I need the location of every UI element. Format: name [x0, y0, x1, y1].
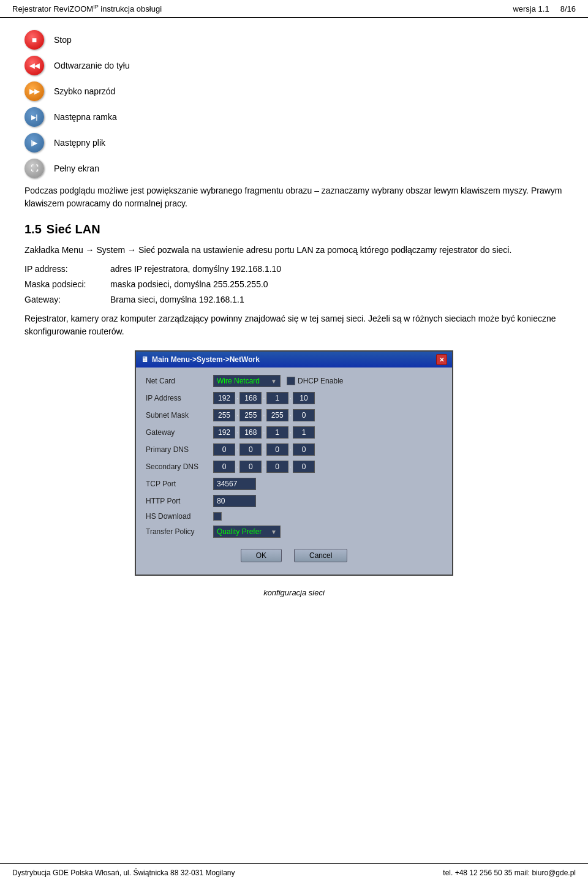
main-content: ■ Stop ◀◀ Odtwarzanie do tyłu ▶▶ Szybko …	[0, 18, 588, 619]
gateway-octet1[interactable]: 192	[213, 426, 235, 439]
transfer-value: Quality Prefer	[217, 527, 262, 536]
ip-octet1[interactable]: 192	[213, 392, 235, 404]
hs-label: HS Download	[146, 512, 213, 521]
nextframe-icon[interactable]: ▶|	[24, 107, 44, 127]
fastforward-icon[interactable]: ▶▶	[24, 81, 44, 101]
ok-button[interactable]: OK	[241, 549, 282, 562]
ip-group: 192 · 168 · 1 · 10	[213, 392, 315, 404]
ip-octet4[interactable]: 10	[293, 392, 315, 404]
http-label: HTTP Port	[146, 497, 213, 505]
subnet-octet4[interactable]: 0	[293, 409, 315, 421]
fastforward-row: ▶▶ Szybko naprzód	[24, 81, 564, 101]
dialog-close-button[interactable]: ✕	[436, 354, 447, 365]
fastforward-label: Szybko naprzód	[54, 86, 115, 96]
netcard-value: Wire Netcard	[217, 377, 260, 385]
screenshot-wrapper: 🖥 Main Menu->System->NetWork ✕ Net Card …	[24, 350, 564, 576]
screenshot-caption: konfiguracja sieci	[24, 588, 564, 597]
nextfile-icon[interactable]: |▶	[24, 133, 44, 153]
netcard-label: Net Card	[146, 377, 213, 385]
header-page-info: wersja 1.1 8/16	[513, 4, 576, 13]
network-dialog: 🖥 Main Menu->System->NetWork ✕ Net Card …	[135, 350, 453, 576]
pdns-label: Primary DNS	[146, 445, 213, 454]
dialog-row-sdns: Secondary DNS 0 · 0 · 0 · 0	[146, 461, 442, 473]
definitions-table: IP address: adres IP rejestratora, domyś…	[24, 263, 564, 306]
page-header: Rejestrator ReviZOOMIP instrukcja obsług…	[0, 0, 588, 18]
nextfile-label: Następny plik	[54, 138, 105, 148]
nextfile-row: |▶ Następny plik	[24, 133, 564, 153]
sdns-octet3[interactable]: 0	[266, 461, 288, 473]
dialog-body: Net Card Wire Netcard ▼ DHCP Enable IP A…	[136, 368, 452, 575]
dialog-row-pdns: Primary DNS 0 · 0 · 0 · 0	[146, 443, 442, 456]
http-value[interactable]: 80	[213, 495, 256, 507]
cancel-button[interactable]: Cancel	[294, 549, 347, 562]
rewind-icon[interactable]: ◀◀	[24, 56, 44, 75]
subnet-octet3[interactable]: 255	[266, 409, 288, 421]
fullscreen-row: ⛶ Pełny ekran	[24, 159, 564, 178]
def-label-ip: IP address:	[24, 263, 110, 276]
dialog-row-netcard: Net Card Wire Netcard ▼ DHCP Enable	[146, 375, 442, 387]
gateway-group: 192 · 168 · 1 · 1	[213, 426, 315, 439]
gateway-label: Gateway	[146, 428, 213, 437]
subnet-group: 255 · 255 · 255 · 0	[213, 409, 315, 421]
transfer-dropdown[interactable]: Quality Prefer ▼	[213, 526, 281, 538]
gateway-octet4[interactable]: 1	[293, 426, 315, 439]
pdns-octet4[interactable]: 0	[293, 443, 315, 456]
gateway-octet2[interactable]: 168	[239, 426, 262, 439]
section-heading: 1.5 Sieć LAN	[24, 222, 564, 236]
network-para: Rejestrator, kamery oraz komputer zarząd…	[24, 312, 564, 338]
dialog-row-ip: IP Address 192 · 168 · 1 · 10	[146, 392, 442, 404]
dialog-row-hsdownload: HS Download	[146, 512, 442, 521]
gateway-octet3[interactable]: 1	[266, 426, 288, 439]
rewind-label: Odtwarzanie do tyłu	[54, 61, 130, 70]
def-value-mask: maska podsieci, domyślna 255.255.255.0	[110, 278, 564, 291]
sdns-octet4[interactable]: 0	[293, 461, 315, 473]
dialog-title-left: 🖥 Main Menu->System->NetWork	[141, 355, 260, 364]
def-label-gateway: Gateway:	[24, 293, 110, 306]
dialog-row-http: HTTP Port 80	[146, 495, 442, 507]
def-value-ip: adres IP rejestratora, domyślny 192.168.…	[110, 263, 564, 276]
section-title: Sieć LAN	[47, 222, 100, 236]
dialog-footer: OK Cancel	[146, 543, 442, 567]
def-row-gateway: Gateway: Brama sieci, domyślna 192.168.1…	[24, 293, 564, 306]
netcard-dropdown[interactable]: Wire Netcard ▼	[213, 375, 281, 387]
pdns-group: 0 · 0 · 0 · 0	[213, 443, 315, 456]
version-label: wersja 1.1	[513, 4, 549, 13]
sdns-octet2[interactable]: 0	[239, 461, 262, 473]
hs-checkbox[interactable]	[213, 512, 222, 521]
pdns-octet2[interactable]: 0	[239, 443, 262, 456]
stop-row: ■ Stop	[24, 30, 564, 50]
fullscreen-label: Pełny ekran	[54, 164, 99, 173]
dialog-title-icon: 🖥	[141, 355, 148, 364]
dropdown-arrow-netcard: ▼	[271, 378, 277, 385]
rewind-row: ◀◀ Odtwarzanie do tyłu	[24, 56, 564, 75]
tcp-value[interactable]: 34567	[213, 478, 256, 490]
stop-icon[interactable]: ■	[24, 30, 44, 50]
page-footer: Dystrybucja GDE Polska Włosań, ul. Świąt…	[0, 863, 588, 882]
dialog-title-text: Main Menu->System->NetWork	[152, 355, 260, 364]
tcp-label: TCP Port	[146, 480, 213, 488]
ip-octet2[interactable]: 168	[239, 392, 262, 404]
fullscreen-icon[interactable]: ⛶	[24, 159, 44, 178]
zoom-description: Podczas podglądu możliwe jest powiększan…	[24, 184, 564, 210]
subnet-octet2[interactable]: 255	[239, 409, 262, 421]
def-label-mask: Maska podsieci:	[24, 278, 110, 291]
dialog-row-tcp: TCP Port 34567	[146, 478, 442, 490]
dialog-row-subnet: Subnet Mask 255 · 255 · 255 · 0	[146, 409, 442, 421]
page-number: 8/16	[560, 4, 576, 13]
transfer-label: Transfer Policy	[146, 527, 213, 536]
sdns-octet1[interactable]: 0	[213, 461, 235, 473]
ip-octet3[interactable]: 1	[266, 392, 288, 404]
dhcp-checkbox[interactable]	[287, 377, 295, 385]
pdns-octet3[interactable]: 0	[266, 443, 288, 456]
def-row-ip: IP address: adres IP rejestratora, domyś…	[24, 263, 564, 276]
subnet-label: Subnet Mask	[146, 411, 213, 420]
section-number: 1.5	[24, 222, 42, 236]
dialog-titlebar: 🖥 Main Menu->System->NetWork ✕	[136, 352, 452, 368]
nextframe-label: Następna ramka	[54, 112, 117, 122]
def-row-mask: Maska podsieci: maska podsieci, domyślna…	[24, 278, 564, 291]
dhcp-label: DHCP Enable	[298, 377, 343, 385]
pdns-octet1[interactable]: 0	[213, 443, 235, 456]
subnet-octet1[interactable]: 255	[213, 409, 235, 421]
sdns-label: Secondary DNS	[146, 462, 213, 471]
dialog-row-transfer: Transfer Policy Quality Prefer ▼	[146, 526, 442, 538]
